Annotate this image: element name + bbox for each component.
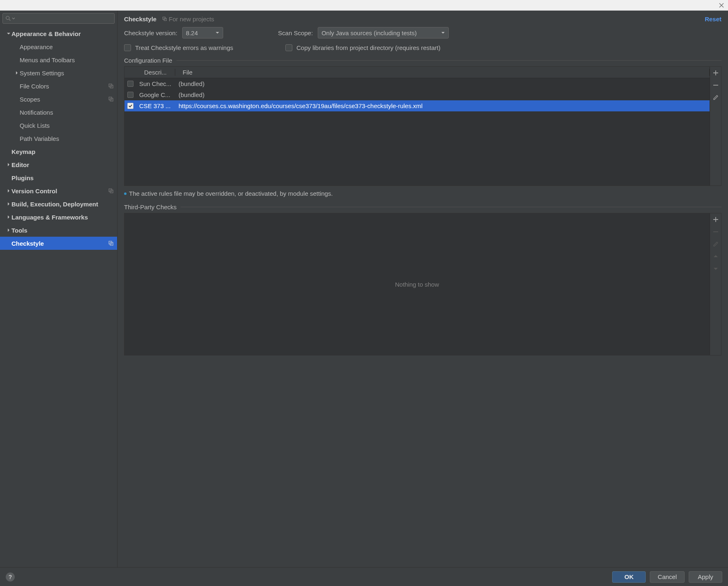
sidebar-item-label: Editor: [11, 161, 114, 168]
sidebar-item-path-variables[interactable]: Path Variables: [0, 132, 117, 145]
sidebar-item-tools[interactable]: Tools: [0, 224, 117, 237]
settings-main-panel: Checkstyle For new projects Reset Checks…: [118, 11, 728, 567]
page-subtitle: For new projects: [162, 16, 214, 23]
copy-icon: [108, 83, 114, 89]
close-icon[interactable]: [715, 0, 728, 10]
settings-tree[interactable]: Appearance & BehaviorAppearanceMenus and…: [0, 26, 117, 567]
svg-point-0: [6, 16, 9, 20]
sidebar-item-label: Menus and Toolbars: [20, 57, 114, 63]
copy-icon: [108, 188, 114, 194]
sidebar-item-label: Notifications: [20, 109, 114, 116]
column-file[interactable]: File: [175, 69, 710, 76]
help-button[interactable]: ?: [6, 572, 15, 581]
info-dot-icon: [124, 192, 127, 195]
third-party-section: Third-Party Checks Nothing to show: [124, 204, 721, 355]
chevron-right-icon: [6, 228, 11, 232]
sidebar-item-label: Path Variables: [20, 135, 114, 142]
sidebar-item-appearance-behavior[interactable]: Appearance & Behavior: [0, 27, 117, 40]
chevron-down-icon: [12, 17, 15, 20]
cell-description: CSE 373 ...: [136, 102, 175, 109]
cell-file: (bundled): [175, 91, 710, 98]
active-checkbox[interactable]: [127, 103, 133, 109]
search-input[interactable]: [2, 13, 115, 24]
scope-label: Scan Scope:: [278, 29, 313, 36]
sidebar-item-build-execution-deployment[interactable]: Build, Execution, Deployment: [0, 197, 117, 210]
copy-icon: [108, 240, 114, 246]
column-description[interactable]: Descri...: [136, 69, 175, 76]
sidebar-item-checkstyle[interactable]: Checkstyle: [0, 237, 117, 250]
cell-description: Google C...: [136, 91, 175, 98]
sidebar-item-quick-lists[interactable]: Quick Lists: [0, 119, 117, 132]
sidebar-item-label: Quick Lists: [20, 122, 114, 129]
copy-libraries-checkbox[interactable]: Copy libraries from project directory (r…: [285, 44, 441, 51]
version-select[interactable]: 8.24: [182, 27, 223, 38]
chevron-right-icon: [6, 163, 11, 167]
apply-button[interactable]: Apply: [689, 571, 722, 583]
sidebar-item-keymap[interactable]: Keymap: [0, 145, 117, 158]
sidebar-item-system-settings[interactable]: System Settings: [0, 66, 117, 79]
remove-button[interactable]: [711, 227, 720, 236]
reset-link[interactable]: Reset: [705, 16, 721, 23]
ok-button[interactable]: OK: [612, 571, 646, 583]
section-title: Configuration File: [124, 57, 172, 64]
page-title: Checkstyle: [124, 16, 156, 23]
sidebar-item-plugins[interactable]: Plugins: [0, 171, 117, 184]
scope-select[interactable]: Only Java sources (including tests): [318, 27, 449, 38]
sidebar-item-menus-and-toolbars[interactable]: Menus and Toolbars: [0, 53, 117, 66]
chevron-right-icon: [6, 202, 11, 206]
dialog-footer: ? OK Cancel Apply: [0, 567, 728, 586]
copy-icon: [108, 96, 114, 102]
sidebar-item-label: Build, Execution, Deployment: [11, 201, 114, 208]
table-body[interactable]: Sun Chec...(bundled)Google C...(bundled)…: [124, 78, 710, 186]
third-party-list: Nothing to show: [124, 213, 721, 355]
sidebar-item-file-colors[interactable]: File Colors: [0, 79, 117, 93]
sidebar-item-label: Plugins: [11, 174, 114, 181]
remove-button[interactable]: [711, 81, 720, 90]
add-button[interactable]: [711, 68, 720, 77]
chevron-right-icon: [6, 215, 11, 219]
chevron-down-icon: [441, 31, 445, 35]
sidebar-item-label: File Colors: [20, 83, 108, 90]
table-header: Descri... File: [124, 67, 710, 78]
version-label: Checkstyle version:: [124, 29, 177, 36]
cell-file: (bundled): [175, 80, 710, 87]
active-checkbox[interactable]: [127, 81, 133, 87]
sidebar-item-version-control[interactable]: Version Control: [0, 184, 117, 197]
sidebar-item-label: Keymap: [11, 148, 114, 155]
settings-dialog: Appearance & BehaviorAppearanceMenus and…: [0, 0, 728, 586]
sidebar-item-label: Appearance & Behavior: [11, 30, 114, 37]
sidebar-item-label: Appearance: [20, 43, 114, 50]
sidebar-item-scopes[interactable]: Scopes: [0, 93, 117, 106]
sidebar-item-notifications[interactable]: Notifications: [0, 106, 117, 119]
chevron-right-icon: [14, 71, 20, 75]
table-row[interactable]: Google C...(bundled): [124, 89, 710, 100]
active-checkbox[interactable]: [127, 92, 133, 98]
move-down-button[interactable]: [711, 264, 720, 273]
new-projects-icon: [162, 16, 167, 21]
sidebar-item-label: Checkstyle: [11, 240, 108, 247]
section-title: Third-Party Checks: [124, 204, 176, 210]
chevron-down-icon: [6, 32, 11, 36]
sidebar-item-editor[interactable]: Editor: [0, 158, 117, 171]
add-button[interactable]: [711, 215, 720, 224]
table-row[interactable]: CSE 373 ...https://courses.cs.washington…: [124, 100, 710, 111]
sidebar-item-appearance[interactable]: Appearance: [0, 40, 117, 53]
move-up-button[interactable]: [711, 252, 720, 261]
chevron-down-icon: [215, 31, 219, 35]
chevron-right-icon: [6, 189, 11, 193]
svg-line-1: [9, 19, 10, 20]
configuration-file-section: Configuration File Descri... File Sun Ch…: [124, 57, 721, 197]
empty-state: Nothing to show: [124, 213, 710, 355]
table-row[interactable]: Sun Chec...(bundled): [124, 78, 710, 89]
sidebar-item-label: Tools: [11, 227, 114, 234]
edit-button[interactable]: [711, 240, 720, 249]
treat-as-warnings-checkbox[interactable]: Treat Checkstyle errors as warnings: [124, 44, 233, 51]
configuration-table: Descri... File Sun Chec...(bundled)Googl…: [124, 66, 721, 186]
sidebar-item-label: System Settings: [20, 70, 114, 77]
settings-sidebar: Appearance & BehaviorAppearanceMenus and…: [0, 11, 118, 567]
cell-file: https://courses.cs.washington.edu/course…: [175, 102, 710, 109]
edit-button[interactable]: [711, 93, 720, 102]
breadcrumb: Checkstyle For new projects Reset: [118, 11, 728, 27]
sidebar-item-languages-frameworks[interactable]: Languages & Frameworks: [0, 210, 117, 224]
cancel-button[interactable]: Cancel: [650, 571, 685, 583]
